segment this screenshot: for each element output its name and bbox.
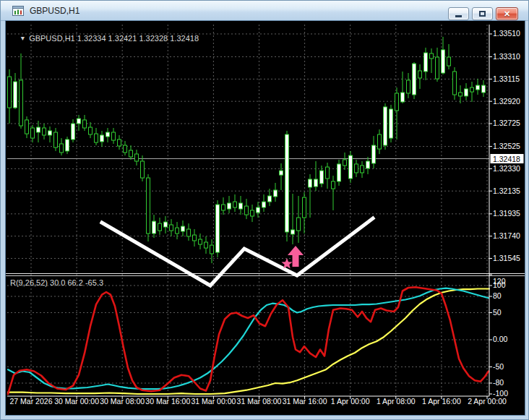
signal-cyan-line xyxy=(8,288,489,390)
candle-body xyxy=(355,164,358,173)
time-axis-label: 30 Mar 00:00 xyxy=(54,397,99,406)
candle-body xyxy=(343,160,347,166)
restore-button[interactable] xyxy=(472,7,493,20)
header-high: 1.32421 xyxy=(108,34,137,43)
header-symbol: GBPUSD,H1 xyxy=(29,34,75,43)
indicator-axis-label: -80 xyxy=(493,378,504,387)
price-axis-label: 1.33115 xyxy=(493,74,520,83)
candle-body xyxy=(459,93,463,96)
chart-canvas[interactable]: 1.335101.333101.331151.329201.327251.325… xyxy=(6,21,525,415)
candle-body xyxy=(187,229,191,236)
chart-client-area[interactable]: 1.335101.333101.331151.329201.327251.325… xyxy=(6,21,525,415)
candle-body xyxy=(193,235,197,241)
time-axis-label: 30 Mar 08:00 xyxy=(100,397,145,406)
price-axis-label: 1.31935 xyxy=(493,209,520,218)
candle-body xyxy=(280,171,283,175)
signal-yellow-line xyxy=(8,289,489,395)
header-low: 1.32328 xyxy=(139,34,168,43)
chart-icon xyxy=(12,6,24,16)
header-open: 1.32334 xyxy=(77,34,106,43)
candle-body xyxy=(20,80,23,126)
candle-body xyxy=(349,155,353,179)
price-axis-label: 1.32330 xyxy=(493,164,520,173)
candle-body xyxy=(83,120,87,128)
candle-body xyxy=(482,85,486,93)
candle-body xyxy=(66,140,69,151)
price-axis-label: 1.32920 xyxy=(493,97,520,106)
candle-body xyxy=(268,196,272,202)
candle-body xyxy=(366,161,370,168)
candle-body xyxy=(43,128,46,135)
candle-body xyxy=(228,203,231,209)
candle-body xyxy=(314,179,318,187)
candle-body xyxy=(222,205,225,210)
candle-body xyxy=(205,242,208,248)
candle-body xyxy=(309,179,312,187)
signal-red-line xyxy=(8,287,489,394)
candle-body xyxy=(378,134,382,149)
candle-body xyxy=(77,119,81,124)
price-axis-label: 1.33510 xyxy=(493,29,520,38)
candle-body xyxy=(442,50,445,73)
candle-body xyxy=(430,53,434,59)
candle-body xyxy=(176,228,179,233)
price-axis-label: 1.32725 xyxy=(493,119,520,127)
indicator-axis-label: 100 xyxy=(493,280,506,289)
candle-body xyxy=(251,210,254,216)
candle-body xyxy=(239,203,243,209)
candle-body xyxy=(436,57,439,79)
candle-body xyxy=(25,120,29,134)
title-bar[interactable]: GBPUSD,H1 ✕ xyxy=(1,1,529,21)
time-axis-label: 2 Apr 00:00 xyxy=(468,397,507,406)
candle-body xyxy=(8,77,12,108)
indicator-axis-label: 80 xyxy=(493,291,502,300)
time-axis-label: 31 Mar 08:00 xyxy=(237,397,282,406)
close-button[interactable]: ✕ xyxy=(496,7,518,20)
candle-body xyxy=(210,245,214,254)
candle-body xyxy=(390,109,393,138)
candle-body xyxy=(100,135,104,142)
time-axis-label: 31 Mar 00:00 xyxy=(191,397,236,406)
candles-group xyxy=(8,37,486,263)
price-axis-label: 1.31545 xyxy=(493,254,520,262)
candle-body xyxy=(37,127,40,132)
header-close: 1.32418 xyxy=(170,34,199,43)
candle-body xyxy=(181,226,185,231)
candle-body xyxy=(291,230,295,234)
candle-body xyxy=(384,107,387,145)
bid-price-label: 1.32418 xyxy=(493,155,520,163)
candle-body xyxy=(257,207,260,213)
candle-body xyxy=(72,124,75,140)
time-axis-label: 31 Mar 16:00 xyxy=(283,397,327,406)
price-axis-label: 1.33310 xyxy=(493,52,520,61)
candle-body xyxy=(361,166,364,173)
candle-body xyxy=(60,144,64,153)
candle-body xyxy=(199,239,202,244)
time-axis-label: 30 Mar 16:00 xyxy=(145,397,190,406)
candle-body xyxy=(413,64,416,95)
candle-body xyxy=(170,225,173,231)
candle-body xyxy=(112,132,116,140)
price-axis-label: 1.32135 xyxy=(493,187,520,195)
indicator-axis-label: -50 xyxy=(493,362,504,371)
candle-body xyxy=(372,145,376,163)
candle-body xyxy=(147,178,150,233)
candle-body xyxy=(216,205,220,252)
minimize-button[interactable] xyxy=(448,7,469,20)
candle-body xyxy=(48,131,52,135)
window-title: GBPUSD,H1 xyxy=(30,6,79,16)
candle-body xyxy=(124,145,127,153)
chart-ohlc-header: ▼GBPUSD,H1 1.32334 1.32421 1.32328 1.324… xyxy=(10,25,199,51)
candle-body xyxy=(233,202,237,207)
time-axis-label: 1 Apr 16:00 xyxy=(422,397,461,406)
candle-body xyxy=(14,82,17,108)
candle-body xyxy=(326,167,330,179)
time-axis-label: 1 Apr 00:00 xyxy=(331,397,370,406)
time-axis-label: 27 Mar 2026 xyxy=(10,397,53,406)
candle-body xyxy=(135,154,139,161)
candle-body xyxy=(297,218,301,231)
candle-body xyxy=(407,80,410,93)
candle-body xyxy=(424,53,428,72)
candle-body xyxy=(337,164,341,181)
candle-body xyxy=(447,57,451,66)
